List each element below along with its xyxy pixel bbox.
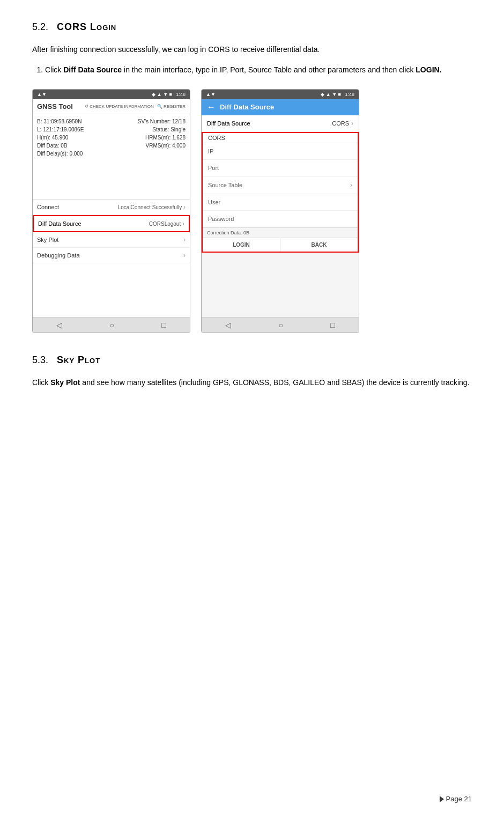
status-right-1: ◆ ▲ ▼ ■ 1:48: [152, 92, 186, 97]
section-53-num: 5.3.: [32, 355, 48, 366]
status-val: Status: Single: [152, 127, 186, 132]
phone-screen-2: ▲▼ ◆ ▲ ▼ ■ 1:48 ← Diff Data Source Diff …: [201, 89, 359, 333]
nav-back-2[interactable]: ◁: [225, 321, 231, 329]
diff-data-label: Diff Data Source: [207, 120, 250, 127]
login-button[interactable]: LOGIN: [203, 238, 280, 252]
login-back-row: LOGIN BACK: [203, 238, 358, 252]
gnss-tool-logo: GNSS Tool: [37, 102, 73, 110]
diff-data-value: CORS ›: [332, 120, 353, 127]
status-bar-2: ▲▼ ◆ ▲ ▼ ■ 1:48: [202, 90, 359, 99]
data-row-l: L: 121:17:19.0086E Status: Single: [37, 126, 186, 134]
status-signal-2: ▲▼: [206, 92, 216, 97]
page-number: Page 21: [440, 795, 472, 803]
step1-bold1: Diff Data Source: [63, 65, 122, 74]
nav-bar-1: ◁ ○ □: [33, 317, 190, 333]
menu-connect-value: LocalConnect Successfully ›: [118, 203, 186, 211]
screen1-header: GNSS Tool ↺ CHECK UPDATE INFORMATION 🔍 R…: [33, 99, 190, 114]
screen2-content: Diff Data Source CORS › CORS IP Port Sou…: [202, 115, 359, 317]
label-delay: Diff Delay(s): 0.000: [37, 151, 83, 157]
section-52-heading: 5.2. CORS Login: [32, 21, 472, 33]
hrms-val: HRMS(m): 1.628: [145, 135, 186, 141]
screenshots-row: ▲▼ ◆ ▲ ▼ ■ 1:48 GNSS Tool ↺ CHECK UPDATE…: [32, 89, 472, 333]
field-ip[interactable]: IP: [203, 143, 358, 160]
label-l: L: 121:17:19.0086E: [37, 127, 84, 132]
section-53-title: Sky Plot: [57, 355, 100, 366]
menu-connect-label: Connect: [37, 204, 59, 210]
source-table-chevron: ›: [350, 181, 352, 189]
nav-home-1[interactable]: ○: [110, 321, 114, 329]
back-arrow[interactable]: ←: [207, 102, 216, 112]
status-right-2: ◆ ▲ ▼ ■ 1:48: [321, 92, 354, 97]
empty-area-2: [202, 253, 359, 317]
register-btn[interactable]: 🔍 REGISTER: [157, 104, 186, 109]
menu-sky-plot[interactable]: Sky Plot ›: [33, 232, 190, 248]
field-user[interactable]: User: [203, 194, 358, 211]
status-left-2: ▲▼: [206, 92, 216, 97]
debug-chevron: ›: [183, 252, 186, 259]
step-list: Click Diff Data Source in the main inter…: [45, 64, 472, 76]
sky-plot-bold: Sky Plot: [50, 378, 80, 387]
vrms-val: VRMS(m): 4.000: [146, 143, 186, 149]
status-bar-1: ▲▼ ◆ ▲ ▼ ■ 1:48: [33, 90, 190, 99]
data-row-delay: Diff Delay(s): 0.000: [37, 150, 186, 158]
check-update-btn[interactable]: ↺ CHECK UPDATE INFORMATION: [85, 104, 154, 109]
status-icons-2: ◆ ▲ ▼ ■ 1:48: [321, 92, 354, 97]
sky-chevron: ›: [183, 236, 186, 244]
section-52-title: CORS Login: [57, 21, 116, 33]
nav-recent-2[interactable]: □: [330, 321, 335, 329]
nav-bar-2: ◁ ○ □: [202, 317, 359, 333]
step-1: Click Diff Data Source in the main inter…: [45, 64, 472, 76]
step1-prefix: Click: [45, 65, 63, 74]
data-row-h: H(m): 45.900 HRMS(m): 1.628: [37, 134, 186, 142]
cors-box: CORS IP Port Source Table › User Passwor…: [202, 132, 359, 253]
screen1-data-content: B: 31:09:58.6950N SV's Number: 12/18 L: …: [33, 114, 190, 199]
step1-bold2: LOGIN.: [416, 65, 441, 74]
menu-diff-data-source[interactable]: Diff Data Source CORSLogout ›: [33, 215, 190, 232]
section-53-body: Click Sky Plot and see how many satellit…: [32, 377, 472, 388]
data-row-diff: Diff Data: 0B VRMS(m): 4.000: [37, 142, 186, 150]
correction-data: Correction Data: 0B: [203, 227, 358, 238]
menu-sky-label: Sky Plot: [37, 237, 58, 243]
phone-screen-1: ▲▼ ◆ ▲ ▼ ■ 1:48 GNSS Tool ↺ CHECK UPDATE…: [32, 89, 190, 333]
nav-back-1[interactable]: ◁: [56, 321, 62, 329]
status-signal-1: ▲▼: [37, 92, 47, 97]
sv-number: SV's Number: 12/18: [138, 119, 186, 124]
diff-data-source-row[interactable]: Diff Data Source CORS ›: [202, 115, 359, 132]
section-53-heading: 5.3. Sky Plot: [32, 355, 472, 366]
page-triangle-icon: [440, 796, 444, 802]
menu-connect[interactable]: Connect LocalConnect Successfully ›: [33, 200, 190, 215]
status-left-1: ▲▼: [37, 92, 47, 97]
label-diff: Diff Data: 0B: [37, 143, 68, 149]
section-52-intro: After finishing connection successfully,…: [32, 43, 472, 55]
status-icons-1: ◆ ▲ ▼ ■ 1:48: [152, 92, 186, 97]
menu-debugging[interactable]: Debugging Data ›: [33, 248, 190, 263]
field-port[interactable]: Port: [203, 160, 358, 176]
back-button[interactable]: BACK: [280, 238, 358, 252]
cors-box-label: CORS: [203, 133, 358, 143]
label-b: B: 31:09:58.6950N: [37, 119, 81, 124]
menu-diff-label: Diff Data Source: [38, 220, 81, 227]
menu-debug-label: Debugging Data: [37, 252, 80, 259]
field-password[interactable]: Password: [203, 211, 358, 227]
section-52-num: 5.2.: [32, 21, 48, 33]
screen1-actions: ↺ CHECK UPDATE INFORMATION 🔍 REGISTER: [85, 104, 186, 109]
label-h: H(m): 45.900: [37, 135, 68, 141]
screen2-title: Diff Data Source: [220, 103, 274, 111]
step1-middle: in the main interface, type in IP, Port,…: [122, 65, 416, 74]
screen2-header: ← Diff Data Source: [202, 99, 359, 115]
page-number-text: Page 21: [446, 795, 472, 803]
menu-section: Connect LocalConnect Successfully › Diff…: [33, 199, 190, 317]
nav-recent-1[interactable]: □: [161, 321, 166, 329]
field-source-table[interactable]: Source Table ›: [203, 176, 358, 194]
nav-home-2[interactable]: ○: [279, 321, 283, 329]
empty-area: [33, 263, 190, 317]
menu-diff-value: CORSLogout ›: [149, 220, 184, 227]
diff-chevron: ›: [351, 120, 353, 127]
data-row-b: B: 31:09:58.6950N SV's Number: 12/18: [37, 117, 186, 126]
